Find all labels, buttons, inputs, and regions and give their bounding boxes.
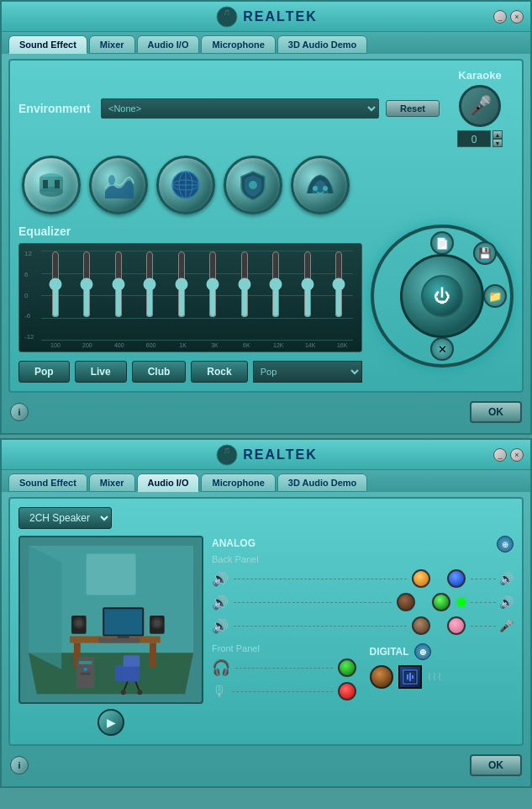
eq-y-0: 0 xyxy=(24,293,40,299)
tab-microphone-1[interactable]: Microphone xyxy=(201,35,275,54)
environment-select[interactable]: <None> Room Concert Hall Cave Arena xyxy=(101,98,379,119)
tab-3d-audio-1[interactable]: 3D Audio Demo xyxy=(277,35,368,54)
panel-audio-io: 🎵 REALTEK _ × Sound Effect Mixer Audio I… xyxy=(0,438,532,788)
green-indicator xyxy=(457,598,466,606)
eq-slider-600 xyxy=(136,251,165,341)
eq-rock-button[interactable]: Rock xyxy=(191,361,247,383)
env-icon-water[interactable] xyxy=(89,156,148,214)
tab-mixer-1[interactable]: Mixer xyxy=(89,35,135,54)
eq-y-neg6: -6 xyxy=(24,313,40,320)
eq-slider-input-400[interactable] xyxy=(113,251,124,318)
eq-power-button[interactable]: ⏻ xyxy=(421,275,463,317)
reset-button[interactable]: Reset xyxy=(386,100,440,117)
back-panel-label: Back Panel xyxy=(212,554,514,564)
eq-slider-200 xyxy=(73,251,102,341)
eq-slider-input-1k[interactable] xyxy=(176,251,187,318)
svg-rect-37 xyxy=(124,655,140,667)
speaker-select[interactable]: 2CH Speaker 4CH Speaker 6CH Speaker xyxy=(18,507,112,529)
content-area-1: Environment <None> Room Concert Hall Cav… xyxy=(8,59,524,393)
window-controls-2: _ × xyxy=(493,448,524,462)
jack-row-3: 🔊 🎤 xyxy=(212,616,514,635)
headphone-icon: 🎧 xyxy=(212,658,230,677)
digital-port[interactable] xyxy=(370,665,393,689)
minimize-button-2[interactable]: _ xyxy=(493,448,507,462)
eq-preset-dropdown[interactable]: Pop Live Club Rock Custom xyxy=(253,361,362,383)
karaoke-spinner: 0 ▲ ▼ xyxy=(457,130,503,147)
info-button-2[interactable]: i xyxy=(10,756,29,775)
right-jack-group-2: 🔊 xyxy=(471,595,514,609)
eq-slider-input-16k[interactable] xyxy=(333,251,345,318)
room-illustration-wrap: ▶ xyxy=(18,536,203,736)
jack-brown[interactable] xyxy=(412,616,430,635)
eq-x-400: 400 xyxy=(105,342,134,348)
env-icon-theater[interactable] xyxy=(291,156,350,214)
mic-icon: 🎙 xyxy=(212,683,227,701)
room-svg xyxy=(20,537,202,702)
tab-sound-effect-2[interactable]: Sound Effect xyxy=(8,473,87,492)
karaoke-section: Karaoke 🎤 0 ▲ ▼ xyxy=(446,69,514,147)
env-icon-globe[interactable] xyxy=(156,156,215,214)
eq-ring-icon-close[interactable]: ✕ xyxy=(430,337,454,361)
tab-mixer-2[interactable]: Mixer xyxy=(89,473,135,492)
eq-slider-input-3k[interactable] xyxy=(207,251,219,318)
eq-slider-input-14k[interactable] xyxy=(302,251,313,318)
jack-dark-red[interactable] xyxy=(397,593,415,611)
karaoke-down-arrow[interactable]: ▼ xyxy=(492,139,503,147)
eq-x-14k: 14K xyxy=(296,342,324,348)
jack-line-2 xyxy=(234,602,392,603)
tab-audio-io-2[interactable]: Audio I/O xyxy=(137,473,200,492)
right-line-2 xyxy=(471,602,496,603)
eq-ring-icon-top[interactable]: 📄 xyxy=(430,231,454,255)
svg-text:🎵: 🎵 xyxy=(224,9,231,16)
ok-button-1[interactable]: OK xyxy=(470,401,522,423)
jack-blue[interactable] xyxy=(447,569,466,588)
env-icon-shield[interactable] xyxy=(224,156,282,214)
tab-audio-io-1[interactable]: Audio I/O xyxy=(137,35,200,54)
eq-slider-input-100[interactable] xyxy=(50,251,61,318)
ok-button-2[interactable]: OK xyxy=(470,754,522,776)
jack-pink[interactable] xyxy=(447,616,466,635)
minimize-button-1[interactable]: _ xyxy=(493,10,507,24)
karaoke-up-arrow[interactable]: ▲ xyxy=(492,130,503,139)
front-jack-line-1 xyxy=(235,668,333,669)
karaoke-value: 0 xyxy=(457,130,491,147)
speaker-icon-2: 🔊 xyxy=(212,595,229,611)
env-icon-hall[interactable] xyxy=(22,156,81,214)
eq-slider-16k xyxy=(325,251,354,341)
eq-pop-button[interactable]: Pop xyxy=(18,361,70,383)
tab-3d-audio-2[interactable]: 3D Audio Demo xyxy=(277,473,368,492)
close-button-2[interactable]: × xyxy=(510,448,524,462)
front-jack-row-headphone: 🎧 xyxy=(212,658,356,677)
environment-label: Environment xyxy=(18,102,94,115)
play-button[interactable]: ▶ xyxy=(97,709,124,736)
wave-icon: ⌇⌇⌇ xyxy=(427,671,442,683)
eq-slider-input-200[interactable] xyxy=(81,251,92,318)
tab-sound-effect-1[interactable]: Sound Effect xyxy=(8,35,87,54)
front-jack-green[interactable] xyxy=(338,658,356,677)
panel-sound-effect: 🎵 REALTEK _ × Sound Effect Mixer Audio I… xyxy=(0,0,532,435)
eq-sliders-group xyxy=(41,251,353,341)
eq-x-100: 100 xyxy=(41,342,70,348)
eq-slider-input-6k[interactable] xyxy=(239,251,250,318)
close-button-1[interactable]: × xyxy=(510,10,524,24)
eq-slider-input-600[interactable] xyxy=(144,251,155,318)
tab-microphone-2[interactable]: Microphone xyxy=(201,473,275,492)
eq-live-button[interactable]: Live xyxy=(75,361,127,383)
digital-jack-row: ⌇⌇⌇ xyxy=(370,665,514,689)
bottom-bar-1: i OK xyxy=(2,398,530,426)
eq-ring-icon-folder[interactable]: 📁 xyxy=(483,284,507,308)
tab-bar-1: Sound Effect Mixer Audio I/O Microphone … xyxy=(2,32,530,54)
tab-bar-2: Sound Effect Mixer Audio I/O Microphone … xyxy=(2,470,530,492)
eq-club-button[interactable]: Club xyxy=(132,361,187,383)
logo-text-1: REALTEK xyxy=(243,9,317,24)
room-box xyxy=(18,536,203,704)
info-button-1[interactable]: i xyxy=(10,403,29,421)
eq-ring-icon-save[interactable]: 💾 xyxy=(473,241,497,265)
jack-orange[interactable] xyxy=(412,569,430,588)
eq-slider-input-12k[interactable] xyxy=(270,251,282,318)
jack-green[interactable] xyxy=(432,593,450,611)
svg-point-12 xyxy=(249,181,257,189)
front-jack-red[interactable] xyxy=(338,682,356,701)
eq-x-labels: 100 200 400 600 1K 3K 6K 12K 14K 16K xyxy=(24,341,356,348)
jack-row-1: 🔊 🔊 xyxy=(212,569,514,588)
